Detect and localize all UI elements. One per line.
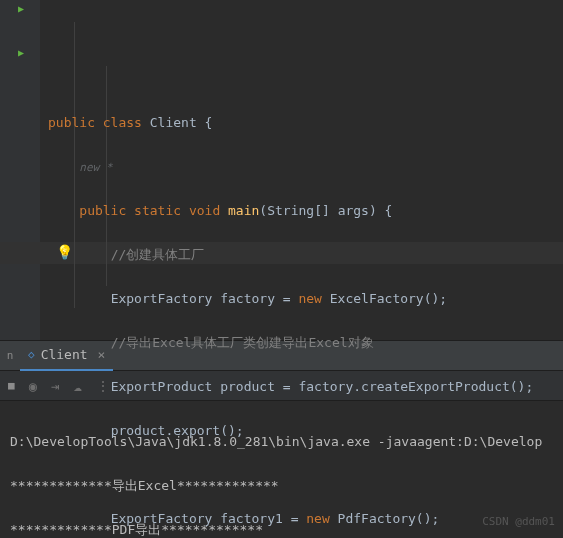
inlay-hint: new *	[79, 161, 112, 174]
keyword: public	[48, 115, 95, 130]
class-name: Client	[150, 115, 197, 130]
comment: //创建具体工厂	[111, 247, 205, 262]
code-area[interactable]: public class Client { new * public stati…	[40, 0, 549, 340]
tab-side: n	[0, 349, 20, 362]
gutter: ▶ ▶	[0, 0, 40, 340]
comment: //导出Excel具体工厂类创建导出Excel对象	[111, 335, 374, 350]
camera-icon[interactable]: ◉	[29, 378, 37, 394]
run-icon[interactable]: ▶	[18, 3, 24, 14]
method-name: main	[228, 203, 259, 218]
stop-icon[interactable]: ■	[8, 379, 15, 392]
code-editor: ▶ ▶ 💡 public class Client { new * public…	[0, 0, 563, 340]
keyword: class	[103, 115, 142, 130]
class-icon: ◇	[28, 348, 35, 361]
run-icon[interactable]: ▶	[18, 47, 24, 58]
